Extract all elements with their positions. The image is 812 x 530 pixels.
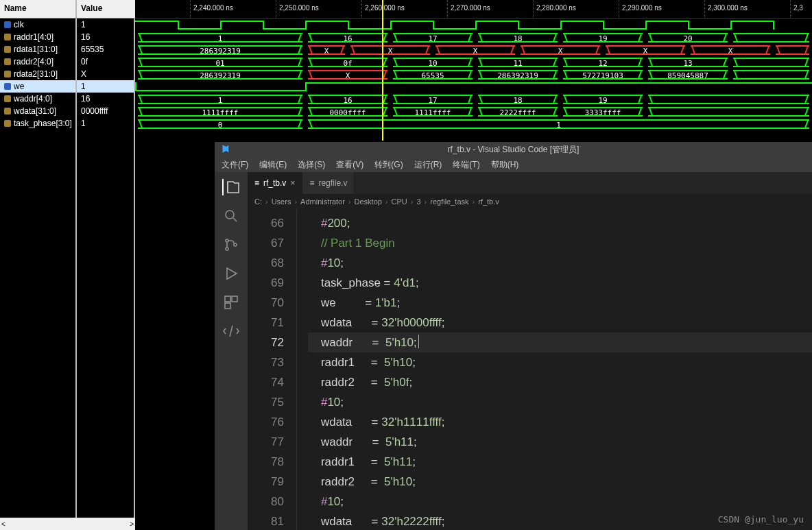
line-number[interactable]: 70	[248, 293, 284, 313]
wave-row[interactable]	[135, 19, 812, 31]
remote-icon[interactable]	[223, 323, 239, 339]
menu-item[interactable]: 文件(F)	[219, 158, 251, 172]
line-number[interactable]: 74	[248, 372, 284, 392]
source-control-icon[interactable]	[223, 237, 239, 253]
code-line[interactable]: task_phase = 4'd1;	[308, 273, 812, 293]
code-line[interactable]: raddr2 = 5'h0f;	[308, 372, 812, 392]
code-line[interactable]: we = 1'b1;	[308, 293, 812, 313]
menu-item[interactable]: 查看(V)	[333, 158, 366, 172]
signal-value[interactable]: X	[77, 68, 134, 80]
wave-row[interactable]: 116171819	[135, 93, 812, 105]
signal-name-column[interactable]: clkraddr1[4:0]rdata1[31:0]raddr2[4:0]rda…	[0, 19, 77, 518]
code-line[interactable]: #10;	[308, 492, 812, 511]
search-icon[interactable]	[223, 208, 239, 224]
line-number[interactable]: 72	[248, 333, 284, 352]
menu-item[interactable]: 转到(G)	[372, 158, 405, 172]
line-number[interactable]: 66	[248, 213, 284, 233]
signal-value[interactable]: 65535	[77, 43, 134, 56]
code-line[interactable]: raddr2 = 5'h10;	[308, 472, 812, 492]
code-line[interactable]: #10;	[308, 253, 812, 273]
line-number[interactable]: 80	[248, 492, 284, 511]
line-number[interactable]: 75	[248, 392, 284, 412]
editor-tab[interactable]: ≡rf_tb.v×	[248, 172, 302, 194]
menu-item[interactable]: 选择(S)	[295, 158, 328, 172]
menu-item[interactable]: 帮助(H)	[488, 158, 522, 172]
line-number[interactable]: 71	[248, 313, 284, 333]
close-icon[interactable]: ×	[290, 178, 295, 188]
line-number[interactable]: 76	[248, 412, 284, 432]
wave-cursor[interactable]	[382, 0, 383, 141]
signal-row[interactable]: we	[0, 80, 75, 93]
signal-value[interactable]: 0f	[77, 56, 134, 68]
code-line[interactable]: waddr = 5'h11;	[308, 432, 812, 452]
code-line[interactable]: wdata = 32'h0000ffff;	[308, 313, 812, 333]
wave-row[interactable]: 286392319X655352863923195727191038590458…	[135, 68, 812, 80]
signal-row[interactable]: waddr[4:0]	[0, 93, 75, 105]
line-number[interactable]: 81	[248, 511, 284, 530]
code-line[interactable]: #200;	[308, 213, 812, 233]
code-line[interactable]: // Part 1 Begin	[308, 233, 812, 253]
waveform-rows[interactable]: 11617181920286392319XXXXXX010f1011121328…	[135, 19, 812, 130]
code-line[interactable]: raddr1 = 5'h11;	[308, 452, 812, 472]
code-area[interactable]: #200; // Part 1 Begin #10; task_phase = …	[297, 209, 812, 530]
time-ruler[interactable]: 2,240.000 ns2,250.000 ns2,260.000 ns2,27…	[135, 0, 812, 19]
signal-value[interactable]: 0000ffff	[77, 105, 134, 117]
line-number[interactable]: 77	[248, 432, 284, 452]
code-line[interactable]: waddr = 5'h10;	[308, 333, 812, 352]
menu-item[interactable]: 运行(R)	[411, 158, 445, 172]
signal-row[interactable]: raddr1[4:0]	[0, 31, 75, 43]
signal-row[interactable]: rdata2[31:0]	[0, 68, 75, 80]
signal-header-name[interactable]: Name	[0, 0, 77, 18]
breadcrumb-item[interactable]: rf_tb.v	[478, 197, 499, 206]
line-number[interactable]: 78	[248, 452, 284, 472]
signal-row[interactable]: rdata1[31:0]	[0, 43, 75, 56]
wave-row[interactable]: 1111ffff0000ffff1111ffff2222ffff3333ffff	[135, 105, 812, 117]
signal-row[interactable]: task_phase[3:0]	[0, 117, 75, 130]
breadcrumb-item[interactable]: regfile_task	[430, 197, 468, 206]
line-number[interactable]: 67	[248, 233, 284, 253]
explorer-icon[interactable]	[222, 179, 239, 195]
wave-row[interactable]: 010f10111213	[135, 56, 812, 68]
breadcrumb-item[interactable]: Administrator	[300, 197, 345, 206]
line-number[interactable]: 68	[248, 253, 284, 273]
vscode-editor[interactable]: 6667686970717273747576777879808182 #200;…	[248, 209, 812, 530]
wave-row[interactable]: 01	[135, 117, 812, 130]
line-number[interactable]: 79	[248, 472, 284, 492]
signal-value-column[interactable]: 116655350fX1160000ffff1	[77, 19, 135, 518]
vscode-tabstrip[interactable]: ≡rf_tb.v×≡regfile.v	[248, 172, 812, 194]
signal-value[interactable]: 1	[77, 19, 134, 31]
vscode-titlebar[interactable]: rf_tb.v - Visual Studio Code [管理员]	[215, 142, 812, 157]
menu-item[interactable]: 编辑(E)	[256, 158, 289, 172]
code-line[interactable]: #10;	[308, 392, 812, 412]
run-debug-icon[interactable]	[223, 265, 239, 282]
code-line[interactable]: raddr1 = 5'h10;	[308, 352, 812, 372]
vscode-breadcrumb[interactable]: C:›Users›Administrator›Desktop›CPU›3›reg…	[248, 194, 812, 209]
extensions-icon[interactable]	[223, 294, 239, 311]
vscode-activity-bar[interactable]	[215, 172, 248, 530]
breadcrumb-item[interactable]: CPU	[392, 197, 407, 206]
waveform-pane[interactable]: 2,240.000 ns2,250.000 ns2,260.000 ns2,27…	[135, 0, 812, 141]
wave-row[interactable]: 286392319XXXXXX	[135, 43, 812, 56]
vscode-menubar[interactable]: 文件(F)编辑(E)选择(S)查看(V)转到(G)运行(R)终端(T)帮助(H)	[215, 157, 812, 172]
code-line[interactable]: wdata = 32'h1111ffff;	[308, 412, 812, 432]
breadcrumb-item[interactable]: Desktop	[355, 197, 382, 206]
signal-row[interactable]: clk	[0, 19, 75, 31]
signal-scroll-name[interactable]: <>	[0, 518, 135, 530]
signal-value[interactable]: 16	[77, 31, 134, 43]
signal-value[interactable]: 1	[77, 80, 134, 93]
breadcrumb-item[interactable]: 3	[416, 197, 420, 206]
breadcrumb-item[interactable]: Users	[272, 197, 291, 206]
signal-value[interactable]: 1	[77, 117, 134, 130]
editor-tab[interactable]: ≡regfile.v	[302, 172, 355, 194]
wave-row[interactable]: 11617181920	[135, 31, 812, 43]
signal-row[interactable]: wdata[31:0]	[0, 105, 75, 117]
line-gutter[interactable]: 6667686970717273747576777879808182	[248, 209, 297, 530]
breadcrumb-item[interactable]: C:	[254, 197, 262, 206]
signal-row[interactable]: raddr2[4:0]	[0, 56, 75, 68]
line-number[interactable]: 73	[248, 352, 284, 372]
menu-item[interactable]: 终端(T)	[450, 158, 482, 172]
signal-header-value[interactable]: Value	[77, 0, 135, 18]
line-number[interactable]: 69	[248, 273, 284, 293]
wave-row[interactable]	[135, 80, 812, 93]
signal-value[interactable]: 16	[77, 93, 134, 105]
